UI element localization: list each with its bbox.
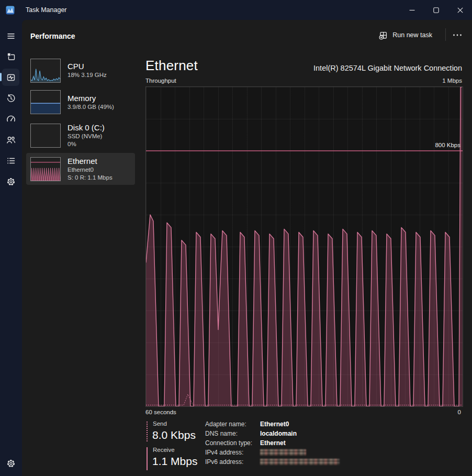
ellipsis-icon (453, 34, 462, 37)
main-title: Ethernet (145, 58, 198, 74)
more-options-button[interactable] (450, 29, 465, 41)
cpu-thumbnail-chart (30, 59, 61, 83)
settings-gear-icon (6, 458, 16, 469)
sidebar-ethernet-title: Ethernet (68, 157, 113, 166)
nav-rail (0, 20, 22, 476)
ethernet-thumbnail-chart (30, 157, 61, 181)
detail-row-ipv6-address: IPv6 address: (205, 458, 340, 466)
detail-label: Adapter name: (205, 420, 260, 428)
header-divider (445, 28, 446, 41)
performance-icon (6, 72, 16, 83)
sidebar-item-disk0[interactable]: Disk 0 (C:) SSD (NVMe) 0% (26, 119, 135, 151)
minimize-icon (409, 7, 415, 13)
startup-apps-icon (6, 114, 16, 124)
detail-row-ipv4-address: IPv4 address: (205, 449, 340, 456)
connection-details: Adapter name: Ethernet0 DNS name: locald… (205, 420, 340, 468)
x-axis-left-label: 60 seconds (145, 409, 176, 415)
app-title: Task Manager (26, 6, 67, 14)
close-icon (457, 7, 463, 13)
sidebar-disk-usage: 0% (68, 140, 105, 148)
maximize-icon (433, 7, 439, 13)
users-icon (6, 135, 16, 145)
scale-top-label: 1 Mbps (442, 78, 462, 84)
throughput-chart-svg (146, 87, 463, 406)
x-axis-right-label: 0 (458, 409, 461, 415)
sidebar-memory-stats: 3.9/8.0 GB (49%) (68, 103, 114, 111)
sidebar-ethernet-stats: S: 0 R: 1.1 Mbps (68, 174, 113, 182)
receive-value: 1.1 Mbps (152, 455, 197, 468)
processes-icon (6, 51, 16, 62)
sidebar-item-cpu[interactable]: CPU 18% 3.19 GHz (26, 56, 135, 85)
ipv6-redacted-value (260, 459, 340, 465)
nav-settings-button[interactable] (2, 455, 19, 472)
receive-legend-marker (147, 447, 148, 470)
content-panel: Performance Run new task CPU 18% 3.19 GH… (22, 20, 472, 476)
sidebar-item-ethernet[interactable]: Ethernet Ethernet0 S: 0 R: 1.1 Mbps (26, 153, 135, 185)
adapter-name: Intel(R) 82574L Gigabit Network Connecti… (313, 64, 462, 72)
detail-label: DNS name: (205, 430, 260, 437)
detail-row-connection-type: Connection type: Ethernet (205, 439, 340, 447)
detail-value: localdomain (260, 430, 297, 437)
app-history-icon (6, 93, 16, 104)
task-manager-app-icon (6, 6, 15, 15)
sidebar-disk-title: Disk 0 (C:) (68, 123, 105, 132)
nav-services-button[interactable] (2, 173, 19, 190)
nav-selected-accent (0, 73, 2, 81)
page-title: Performance (30, 32, 75, 40)
sidebar-disk-type: SSD (NVMe) (68, 132, 105, 140)
receive-label: Receive (153, 447, 175, 453)
throughput-chart: 800 Kbps (145, 86, 463, 407)
disk-thumbnail-chart (30, 124, 61, 148)
send-value: 8.0 Kbps (152, 429, 196, 441)
window-controls (400, 0, 472, 20)
sidebar-cpu-stats: 18% 3.19 GHz (68, 71, 107, 79)
nav-details-button[interactable] (2, 152, 19, 169)
nav-startup-apps-button[interactable] (2, 110, 19, 127)
throughput-label: Throughput (145, 78, 176, 84)
detail-row-dns-name: DNS name: localdomain (205, 430, 340, 437)
sidebar-item-memory[interactable]: Memory 3.9/8.0 GB (49%) (26, 87, 135, 117)
ipv4-redacted-value (260, 449, 306, 456)
detail-value: Ethernet0 (260, 420, 289, 428)
detail-label: IPv4 address: (205, 449, 260, 456)
run-new-task-label: Run new task (392, 31, 432, 39)
nav-users-button[interactable] (2, 131, 19, 148)
detail-value: Ethernet (260, 439, 286, 447)
sidebar-memory-title: Memory (68, 94, 114, 103)
window-plus-icon (379, 31, 388, 40)
sidebar-ethernet-adapter: Ethernet0 (68, 166, 113, 174)
nav-processes-button[interactable] (2, 48, 19, 65)
services-icon (6, 176, 16, 187)
detail-label: IPv6 address: (205, 458, 260, 466)
run-new-task-button[interactable]: Run new task (377, 29, 434, 41)
marker-800kbps-label: 800 Kbps (435, 142, 460, 148)
hamburger-icon (6, 31, 16, 41)
details-icon (6, 156, 16, 166)
send-label: Send (153, 420, 167, 427)
detail-row-adapter-name: Adapter name: Ethernet0 (205, 420, 340, 428)
close-button[interactable] (448, 0, 472, 20)
hamburger-menu-button[interactable] (2, 27, 19, 45)
nav-app-history-button[interactable] (2, 90, 19, 107)
sidebar-cpu-title: CPU (68, 62, 107, 71)
minimize-button[interactable] (400, 0, 424, 20)
maximize-button[interactable] (424, 0, 448, 20)
nav-performance-button[interactable] (2, 69, 19, 86)
memory-thumbnail-chart (30, 90, 61, 114)
detail-label: Connection type: (205, 439, 260, 447)
titlebar: Task Manager (0, 0, 472, 20)
send-legend-marker (147, 422, 148, 441)
